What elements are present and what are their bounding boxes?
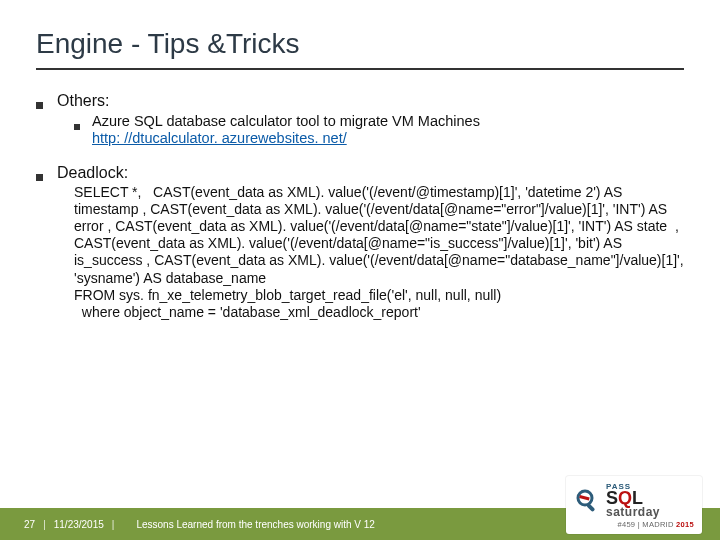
page-title: Engine - Tips &Tricks <box>36 28 684 70</box>
footer: 27 | 11/23/2015 | Lessons Learned from t… <box>0 496 720 540</box>
footer-separator: | <box>43 519 46 530</box>
logo-text: PASS SQL saturday <box>606 483 660 518</box>
others-link-row: http: //dtucalculator. azurewebsites. ne… <box>92 130 684 146</box>
bullet-others: Others: <box>36 92 684 110</box>
svg-rect-2 <box>579 495 589 500</box>
footer-page: 27 <box>24 519 35 530</box>
section-others: Others: Azure SQL database calculator to… <box>36 92 684 146</box>
deadlock-sql-code: SELECT *, CAST(event_data as XML). value… <box>74 184 684 321</box>
bullet-others-item: Azure SQL database calculator tool to mi… <box>74 112 684 130</box>
dtu-calculator-link[interactable]: http: //dtucalculator. azurewebsites. ne… <box>92 130 347 146</box>
footer-separator: | <box>112 519 115 530</box>
bullet-icon <box>36 102 43 109</box>
heading-others: Others: <box>57 92 109 110</box>
sql-saturday-logo: PASS SQL saturday #459 | MADRID 2015 <box>566 476 702 534</box>
heading-deadlock: Deadlock: <box>57 164 128 182</box>
slide: Engine - Tips &Tricks Others: Azure SQL … <box>0 0 720 540</box>
footer-date: 11/23/2015 <box>54 519 104 530</box>
logo-row: PASS SQL saturday <box>574 483 694 518</box>
bullet-icon <box>36 174 43 181</box>
bullet-deadlock: Deadlock: <box>36 164 684 182</box>
logo-saturday: saturday <box>606 507 660 518</box>
footer-title: Lessons Learned from the trenches workin… <box>136 519 374 530</box>
others-item-text: Azure SQL database calculator tool to mi… <box>92 112 684 130</box>
magnifier-icon <box>574 487 600 513</box>
bullet-icon <box>74 124 80 130</box>
logo-event: #459 | MADRID 2015 <box>574 520 694 529</box>
section-deadlock: Deadlock: SELECT *, CAST(event_data as X… <box>36 164 684 321</box>
